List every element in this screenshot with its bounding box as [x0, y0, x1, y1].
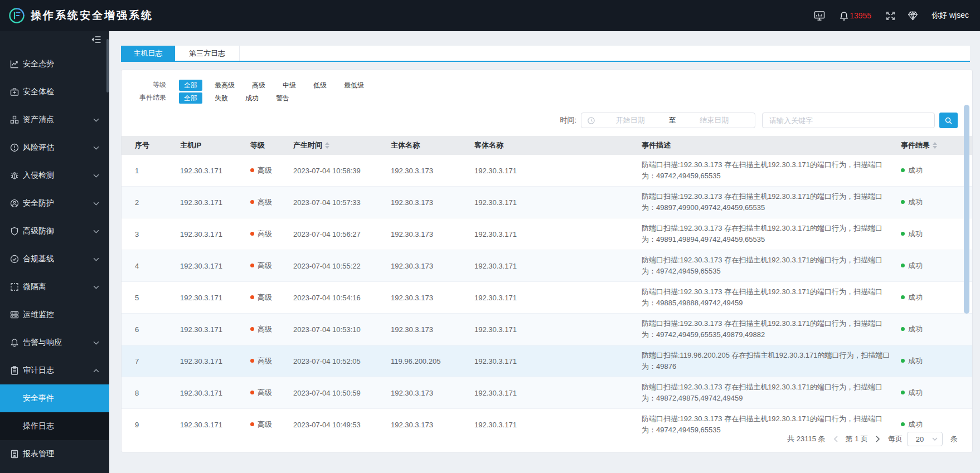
gem-icon[interactable] — [908, 11, 918, 21]
next-page-icon[interactable] — [876, 436, 880, 442]
level-dot-icon — [250, 327, 254, 331]
column-header: 序号 — [135, 140, 180, 150]
sidebar-item-security-protection[interactable]: 安全防护 — [0, 189, 109, 217]
sidebar-item-audit-log[interactable]: 审计日志 — [0, 357, 109, 384]
success-dot-icon — [901, 295, 905, 299]
monitor-icon[interactable] — [814, 11, 825, 21]
cell-subject: 192.30.3.173 — [391, 167, 474, 175]
sidebar-subitem-security-event[interactable]: 安全事件 — [0, 384, 109, 412]
per-page-select[interactable]: 20 — [907, 432, 943, 446]
cell-host-ip: 192.30.3.171 — [180, 325, 250, 334]
sidebar-item-advanced-defense[interactable]: 高级防御 — [0, 217, 109, 245]
cell-host-ip: 192.30.3.171 — [180, 167, 250, 175]
table-row[interactable]: 9192.30.3.171高级2023-07-04 10:49:53192.30… — [122, 409, 972, 435]
search-button[interactable] — [939, 113, 958, 128]
cell-time: 2023-07-04 10:52:05 — [293, 357, 391, 365]
sidebar-item-label: 报表管理 — [23, 449, 54, 459]
sidebar-item-security-checkup[interactable]: 安全体检 — [0, 78, 109, 106]
sidebar-collapse-row — [0, 31, 109, 50]
filter-option[interactable]: 最低级 — [339, 80, 369, 91]
end-date-placeholder[interactable]: 结束日期 — [680, 115, 750, 125]
filter-option[interactable]: 全部 — [179, 80, 202, 91]
alarm-bell-icon — [10, 338, 19, 347]
column-header: 事件结果 — [901, 140, 972, 150]
app-logo-icon — [8, 7, 25, 24]
sort-icon[interactable] — [933, 142, 937, 149]
sidebar-subitem-operation-log[interactable]: 操作日志 — [0, 412, 109, 440]
fullscreen-icon[interactable] — [886, 11, 895, 21]
column-header-label: 产生时间 — [293, 140, 322, 150]
cell-result: 成功 — [901, 197, 972, 207]
filter-option[interactable]: 成功 — [240, 92, 264, 104]
app-title: 操作系统安全增强系统 — [31, 8, 153, 23]
cell-description: 防端口扫描:192.30.3.173 存在扫描主机192.30.3.171的端口… — [642, 255, 901, 277]
date-range-picker[interactable]: 开始日期 至 结束日期 — [581, 113, 755, 128]
sidebar-item-security-posture[interactable]: 安全态势 — [0, 50, 109, 78]
menu-fold-icon[interactable] — [91, 36, 101, 46]
chevron-down-icon — [93, 257, 99, 261]
app-root: 操作系统安全增强系统 13955 — [0, 0, 980, 473]
sidebar-item-asset-inventory[interactable]: 资产清点 — [0, 106, 109, 134]
start-date-placeholder[interactable]: 开始日期 — [595, 115, 666, 125]
level-dot-icon — [250, 391, 254, 394]
tab-host-log[interactable]: 主机日志 — [121, 46, 175, 61]
filter-group-label: 等级 — [137, 80, 166, 90]
sidebar-item-risk-assessment[interactable]: 风险评估 — [0, 134, 109, 162]
bell-icon[interactable] — [840, 11, 848, 21]
cell-result: 成功 — [901, 420, 972, 430]
cell-index: 7 — [135, 357, 180, 365]
cell-result: 成功 — [901, 292, 972, 303]
sidebar-item-intrusion-detection[interactable]: 入侵检测 — [0, 162, 109, 189]
table-row[interactable]: 3192.30.3.171高级2023-07-04 10:56:27192.30… — [122, 218, 972, 250]
cell-host-ip: 192.30.3.171 — [180, 294, 250, 302]
cell-index: 6 — [135, 325, 180, 334]
table-row[interactable]: 1192.30.3.171高级2023-07-04 10:58:39192.30… — [122, 155, 972, 187]
prev-page-icon[interactable] — [833, 436, 838, 442]
filter-option[interactable]: 警告 — [271, 92, 294, 104]
per-page-unit: 条 — [950, 434, 958, 444]
sidebar-item-ops-monitoring[interactable]: 运维监控 — [0, 301, 109, 329]
table-row[interactable]: 6192.30.3.171高级2023-07-04 10:53:10192.30… — [122, 314, 972, 345]
cell-object: 192.30.3.171 — [474, 357, 642, 365]
level-dot-icon — [250, 168, 254, 172]
sidebar-item-micro-segmentation[interactable]: 微隔离 — [0, 273, 109, 301]
filter-option[interactable]: 最高级 — [210, 80, 240, 91]
filter-option[interactable]: 中级 — [278, 80, 301, 91]
chevron-down-icon — [93, 146, 99, 150]
sidebar-item-alert-response[interactable]: 告警与响应 — [0, 329, 109, 357]
filter-option[interactable]: 高级 — [247, 80, 270, 91]
filter-option[interactable]: 低级 — [308, 80, 332, 91]
sidebar-subitem-label: 安全事件 — [23, 393, 54, 403]
tab-label: 第三方日志 — [189, 48, 225, 58]
table-row[interactable]: 7192.30.3.171高级2023-07-04 10:52:05119.96… — [122, 345, 972, 377]
cell-subject: 192.30.3.173 — [391, 294, 474, 302]
cell-description: 防端口扫描:119.96.200.205 存在扫描主机192.30.3.171的… — [642, 350, 901, 372]
first-aid-icon — [10, 87, 19, 96]
filter-option[interactable]: 失败 — [210, 92, 233, 104]
filter-option[interactable]: 全部 — [179, 92, 202, 104]
cell-level: 高级 — [250, 292, 293, 303]
notification-count[interactable]: 13955 — [850, 11, 871, 20]
chevron-down-icon — [93, 341, 99, 345]
table-row[interactable]: 5192.30.3.171高级2023-07-04 10:54:16192.30… — [122, 282, 972, 314]
keyword-input[interactable] — [762, 113, 935, 128]
sidebar-item-compliance-baseline[interactable]: 合规基线 — [0, 245, 109, 273]
sidebar-scrollbar[interactable] — [106, 39, 109, 92]
cell-index: 3 — [135, 230, 180, 238]
user-greeting[interactable]: 你好 wjsec — [932, 11, 969, 21]
cell-subject: 192.30.3.173 — [391, 230, 474, 238]
per-page-value: 20 — [908, 435, 932, 443]
report-icon — [10, 450, 19, 459]
success-dot-icon — [901, 168, 905, 172]
table-row[interactable]: 4192.30.3.171高级2023-07-04 10:55:22192.30… — [122, 250, 972, 282]
column-header-label: 客体名称 — [474, 140, 503, 150]
tab-third-party-log[interactable]: 第三方日志 — [175, 46, 240, 61]
topbar: 操作系统安全增强系统 13955 — [0, 0, 980, 31]
content-scrollbar[interactable] — [964, 105, 969, 314]
sidebar-item-label: 安全防护 — [23, 198, 54, 208]
level-dot-icon — [250, 359, 254, 363]
table-row[interactable]: 2192.30.3.171高级2023-07-04 10:57:33192.30… — [122, 187, 972, 218]
sort-icon[interactable] — [325, 142, 329, 149]
table-row[interactable]: 8192.30.3.171高级2023-07-04 10:50:59192.30… — [122, 377, 972, 409]
sidebar-item-report-management[interactable]: 报表管理 — [0, 440, 109, 468]
